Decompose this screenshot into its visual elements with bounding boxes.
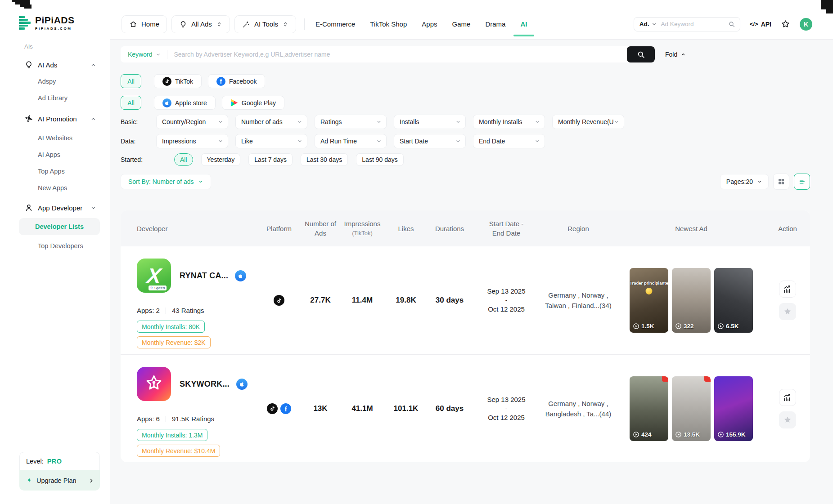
platform-filter-facebook[interactable]: Facebook: [208, 74, 265, 88]
sidebar-item-ad-library[interactable]: Ad Library: [0, 89, 110, 106]
region-cell: Germany , Norway , Bangladesh , Ta...(44…: [539, 398, 617, 419]
nav-search-scope[interactable]: Ad.: [639, 21, 649, 27]
sidebar-item-developer-lists[interactable]: Developer Lists: [19, 218, 100, 235]
search-button[interactable]: [627, 46, 655, 62]
installs-select[interactable]: Installs: [394, 115, 466, 129]
thumbnail-corner-badge: [662, 376, 668, 382]
tab-drama[interactable]: Drama: [485, 20, 505, 28]
select-value: Number of ads: [241, 118, 297, 125]
chevron-down-icon[interactable]: [90, 205, 96, 211]
api-label: API: [761, 21, 771, 28]
sidebar-item-ai-websites[interactable]: AI Websites: [0, 129, 110, 146]
sidebar-item-new-apps[interactable]: New Apps: [0, 179, 110, 196]
ad-run-time-select[interactable]: Ad Run Time: [315, 134, 387, 148]
end-date-select[interactable]: End Date: [473, 134, 545, 148]
started-last-30-days[interactable]: Last 30 days: [301, 153, 348, 166]
impressions-select[interactable]: Impressions: [156, 134, 228, 148]
pages-select[interactable]: Pages:20: [720, 174, 769, 189]
tab-tiktok-shop[interactable]: TikTok Shop: [370, 20, 407, 28]
table-row[interactable]: SKYWORK... Apps: 6 91.5K Ratings Monthly…: [121, 354, 810, 462]
monthly-installs-select[interactable]: Monthly Installs: [473, 115, 545, 129]
sidebar-group-ai-ads[interactable]: AI Ads: [0, 57, 110, 73]
list-view-button[interactable]: [794, 174, 810, 190]
monthly-revenue-select[interactable]: Monthly Revenue(US...: [552, 115, 624, 129]
platform-cell: [256, 295, 302, 306]
ad-thumbnail[interactable]: Trader principiante 1.5K: [630, 268, 668, 333]
started-last-7-days[interactable]: Last 7 days: [248, 153, 293, 166]
tiktok-icon: [162, 77, 171, 86]
ratings-select[interactable]: Ratings: [315, 115, 387, 129]
search-icon[interactable]: [728, 21, 735, 28]
chevron-down-icon: [757, 179, 762, 184]
chevron-up-icon[interactable]: [90, 116, 96, 122]
sort-by-select[interactable]: Sort By: Number of ads: [121, 174, 211, 189]
ad-thumbnail[interactable]: 6.5K: [714, 268, 753, 333]
store-filter-apple[interactable]: Apple store: [154, 96, 216, 110]
country-region-select[interactable]: Country/Region: [156, 115, 228, 129]
sidebar-group-app-developer[interactable]: App Developer: [0, 200, 110, 216]
developer-name[interactable]: SKYWORK...: [180, 379, 230, 389]
like-select[interactable]: Like: [235, 134, 307, 148]
platform-filter-tiktok[interactable]: TikTok: [154, 74, 202, 88]
store-filter-google-play[interactable]: Google Play: [222, 96, 284, 110]
sidebar-item-adspy[interactable]: Adspy: [0, 73, 110, 89]
analytics-button[interactable]: [779, 281, 796, 298]
favorite-button[interactable]: [779, 411, 796, 428]
advertiser-search-input[interactable]: [167, 51, 627, 58]
number-of-ads-value: 13K: [302, 404, 338, 413]
grid-view-button[interactable]: [773, 174, 789, 190]
select-value: Ad Run Time: [320, 138, 376, 145]
screen-artifact: [821, 0, 833, 9]
ad-thumbnail[interactable]: 424: [630, 376, 668, 441]
fold-toggle[interactable]: Fold: [665, 46, 686, 62]
tab-ai[interactable]: AI: [520, 20, 527, 28]
chevron-down-icon[interactable]: [652, 22, 657, 27]
sidebar-item-top-apps[interactable]: Top Apps: [0, 163, 110, 179]
pipiads-logo-icon: [19, 16, 31, 30]
app-icon[interactable]: X ✈Speed: [137, 259, 171, 293]
store-filter-all[interactable]: All: [121, 96, 141, 110]
sidebar-section-label: AIs: [24, 42, 110, 50]
ad-thumbnail[interactable]: 322: [672, 268, 711, 333]
analytics-button[interactable]: [779, 389, 796, 406]
start-date-select[interactable]: Start Date: [394, 134, 466, 148]
view-count: 13.5K: [675, 431, 700, 438]
ai-tools-menu-button[interactable]: AI Tools: [234, 15, 296, 33]
chevron-up-icon[interactable]: [90, 62, 96, 68]
platform-filter-all[interactable]: All: [121, 74, 141, 88]
sidebar-item-ai-apps[interactable]: AI Apps: [0, 146, 110, 163]
home-button[interactable]: Home: [122, 15, 167, 33]
app-store-badge-icon: [236, 379, 248, 390]
favorite-button[interactable]: [779, 303, 796, 320]
apps-ratings-line: Apps: 6 91.5K Ratings: [137, 415, 256, 423]
number-of-ads-select[interactable]: Number of ads: [235, 115, 307, 129]
keyword-scope-select[interactable]: Keyword: [121, 51, 167, 58]
started-all[interactable]: All: [174, 153, 193, 166]
tab-apps[interactable]: Apps: [422, 20, 437, 28]
region-line: Taiwan , Finland...(34): [539, 300, 617, 311]
ad-thumbnail[interactable]: 155.9K: [714, 376, 753, 441]
view-count: 155.9K: [717, 431, 746, 438]
avatar[interactable]: K: [800, 18, 812, 31]
tab-game[interactable]: Game: [452, 20, 471, 28]
developer-name[interactable]: RYNAT CA...: [180, 271, 228, 281]
started-last-90-days[interactable]: Last 90 days: [356, 153, 403, 166]
nav-search-input[interactable]: [661, 21, 728, 27]
started-yesterday[interactable]: Yesterday: [201, 153, 241, 166]
pipiads-logo[interactable]: PiPiADS PiPiADS.COM: [19, 15, 110, 31]
nav-search-box[interactable]: Ad.: [634, 17, 740, 31]
tab-ecommerce[interactable]: E-Commerce: [315, 20, 355, 28]
play-icon: [675, 323, 682, 330]
ad-thumbnail[interactable]: 13.5K: [672, 376, 711, 441]
all-ads-menu-button[interactable]: All Ads: [171, 15, 230, 33]
star-outline-icon[interactable]: [781, 19, 790, 29]
sidebar-item-top-developers[interactable]: Top Developers: [0, 237, 110, 254]
sidebar-group-label: AI Promotion: [38, 115, 77, 123]
upgrade-plan-button[interactable]: Upgrade Plan: [19, 470, 100, 491]
table-row[interactable]: X ✈Speed RYNAT CA... Apps: 2 43 Ratings: [121, 246, 810, 354]
app-icon[interactable]: [137, 367, 171, 401]
sidebar-group-ai-promotion[interactable]: AI Promotion: [0, 111, 110, 127]
play-icon: [717, 431, 724, 438]
screen-artifact: [826, 9, 833, 13]
api-button[interactable]: </> API: [750, 21, 771, 28]
